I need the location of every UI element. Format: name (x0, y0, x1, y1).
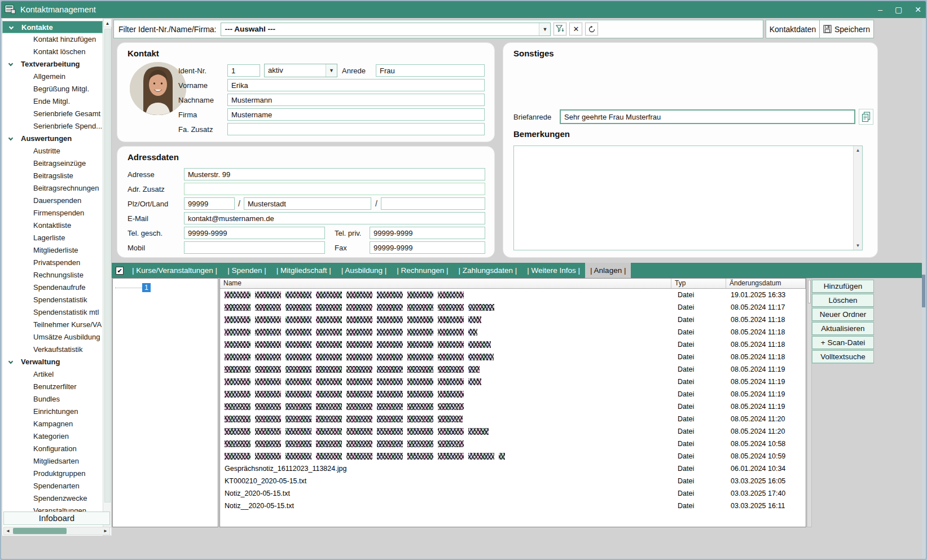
sidebar-item-kategorien[interactable]: Kategorien (2, 430, 103, 443)
tab-kurse-veranstaltungen[interactable]: | Kurse/Veranstaltungen | (127, 263, 222, 278)
hinzufuegen-button[interactable]: Hinzufügen (812, 280, 874, 293)
sidebar-item-rechnungsliste[interactable]: Rechnungsliste (2, 269, 103, 281)
scan-datei-button[interactable]: + Scan-Datei (812, 336, 874, 349)
ort-input[interactable] (244, 197, 371, 210)
tab-rechnungen[interactable]: | Rechnungen | (392, 263, 453, 278)
fax-input[interactable] (370, 241, 485, 254)
kontaktdaten-button[interactable]: Kontaktdaten (766, 20, 819, 38)
sidebar-item-spendenarten[interactable]: Spendenarten (2, 480, 103, 492)
sidebar-item-kontaktliste[interactable]: Kontaktliste (2, 219, 103, 232)
volltextsuche-button[interactable]: Volltextsuche (812, 350, 874, 363)
sidebar-item-bundles[interactable]: Bundles (2, 393, 103, 405)
table-row[interactable]: Datei08.05.2024 11:20 (220, 425, 806, 438)
sidebar-item-benutzerfilter[interactable]: Benutzerfilter (2, 381, 103, 393)
close-button[interactable]: ✕ (915, 5, 921, 14)
adresse-input[interactable] (184, 168, 485, 180)
table-row[interactable]: KT000210_2020-05-15.txtDatei03.03.2025 1… (220, 475, 806, 487)
mobil-input[interactable] (184, 241, 325, 254)
sidebar-section-verwaltung[interactable]: Verwaltung (2, 356, 103, 368)
plz-input[interactable] (184, 197, 235, 210)
window-edge-scrollbar[interactable] (922, 20, 925, 559)
sidebar-item-firmenspenden[interactable]: Firmenspenden (2, 207, 103, 219)
sidebar-item-beitragsrechnungen[interactable]: Beitragsrechnungen (2, 182, 103, 195)
table-row[interactable]: Datei08.05.2024 11:17 (220, 301, 806, 314)
sidebar-section-textverarbeitung[interactable]: Textverarbeitung (2, 58, 103, 70)
nachname-input[interactable] (227, 94, 485, 106)
sidebar-item-ende-mitgl[interactable]: Ende Mitgl. (2, 95, 103, 108)
sidebar-item-einrichtungen[interactable]: Einrichtungen (2, 405, 103, 418)
land-input[interactable] (381, 197, 485, 210)
sidebar-item-serienbriefe-spend[interactable]: Serienbriefe Spend... (2, 120, 103, 133)
sidebar-item-verkaufstatistik[interactable]: Verkaufstatistik (2, 343, 103, 356)
fa-zusatz-input[interactable] (227, 123, 485, 135)
bemerkungen-textarea[interactable]: ▲ ▼ (513, 145, 863, 250)
maximize-button[interactable]: ▢ (895, 5, 902, 14)
scroll-left-icon[interactable]: ◄ (4, 527, 12, 535)
tab-ausbildung[interactable]: | Ausbildung | (336, 263, 392, 278)
status-select[interactable]: aktiv ▼ (264, 64, 337, 77)
column-header-name[interactable]: Name (220, 279, 671, 288)
email-input[interactable] (184, 212, 485, 224)
infoboard-button[interactable]: Infoboard (3, 512, 110, 525)
sidebar-section-auswertungen[interactable]: Auswertungen (2, 133, 103, 145)
tab-zahlungsdaten[interactable]: | Zahlungsdaten | (453, 263, 522, 278)
table-row[interactable]: Notiz__2020-05-15.txtDatei03.03.2025 16:… (220, 500, 806, 512)
ident-input[interactable] (227, 64, 260, 77)
table-row[interactable]: Datei08.05.2024 11:20 (220, 413, 806, 425)
table-row[interactable]: Datei08.05.2024 10:59 (220, 450, 806, 462)
column-header-aenderungsdatum[interactable]: Änderungsdatum (726, 279, 806, 288)
aktualisieren-button[interactable]: Aktualisieren (812, 322, 874, 335)
scrollbar-thumb[interactable] (104, 29, 111, 502)
tab-mitgliedschaft[interactable]: | Mitgliedschaft | (271, 263, 336, 278)
table-row[interactable]: Datei08.05.2024 11:18 (220, 326, 806, 338)
scroll-up-icon[interactable]: ▲ (854, 146, 862, 155)
sidebar-item-privatspenden[interactable]: Privatspenden (2, 257, 103, 269)
tab-checkbox[interactable]: ✔ (116, 267, 124, 275)
filter-combobox[interactable]: --- Auswahl --- ▼ (221, 23, 551, 36)
sidebar-item-konfiguration[interactable]: Konfiguration (2, 443, 103, 455)
speichern-button[interactable]: Speichern (819, 20, 873, 38)
sidebar-item-dauerspenden[interactable]: Dauerspenden (2, 195, 103, 207)
sidebar-item-allgemein[interactable]: Allgemein (2, 70, 103, 83)
table-row[interactable]: Datei08.05.2024 11:19 (220, 363, 806, 376)
tab-weitere-infos[interactable]: | Weitere Infos | (522, 263, 585, 278)
tab-spenden[interactable]: | Spenden | (222, 263, 271, 278)
sidebar-horizontal-scrollbar[interactable]: ◄ ► (3, 527, 110, 535)
sidebar-item-produktgruppen[interactable]: Produktgruppen (2, 468, 103, 480)
sidebar-item-kontakt-hinzufuegen[interactable]: Kontakt hinzufügen (2, 33, 103, 46)
table-row[interactable]: Datei08.05.2024 11:19 (220, 400, 806, 413)
table-row[interactable]: Gesprächsnotiz_16112023_113824.jpgDatei0… (220, 462, 806, 475)
table-row[interactable]: Datei19.01.2025 16:33 (220, 289, 806, 301)
sidebar-item-teilnehmer-kurse-va[interactable]: Teilnehmer Kurse/VA (2, 319, 103, 331)
sidebar-item-mitgliedsarten[interactable]: Mitgliedsarten (2, 455, 103, 468)
chevron-down-icon[interactable]: ▼ (539, 23, 550, 36)
sidebar-item-austritte[interactable]: Austritte (2, 145, 103, 157)
filter-icon[interactable] (553, 23, 566, 36)
sidebar-item-mitgliederliste[interactable]: Mitgliederliste (2, 244, 103, 257)
refresh-icon[interactable] (585, 23, 598, 36)
tree-node-row[interactable]: 1 (115, 283, 151, 292)
sidebar-item-beitragsliste[interactable]: Beitragsliste (2, 170, 103, 182)
sidebar-item-veranstaltungen[interactable]: Veranstaltungen (2, 505, 103, 512)
vorname-input[interactable] (227, 79, 485, 91)
sidebar-section-kontakte[interactable]: Kontakte (2, 21, 103, 33)
loeschen-button[interactable]: Löschen (812, 294, 874, 307)
chevron-down-icon[interactable]: ▼ (326, 64, 337, 77)
sidebar-item-artikel[interactable]: Artikel (2, 368, 103, 381)
table-row[interactable]: Datei08.05.2024 11:18 (220, 351, 806, 363)
sidebar-item-spendenzwecke[interactable]: Spendenzwecke (2, 492, 103, 505)
scroll-down-icon[interactable]: ▼ (854, 241, 862, 250)
sidebar-item-serienbriefe-gesamt[interactable]: Serienbriefe Gesamt (2, 108, 103, 120)
tree-node-selected[interactable]: 1 (142, 283, 151, 292)
tab-anlagen[interactable]: | Anlagen | (585, 263, 631, 278)
minimize-button[interactable]: – (878, 5, 882, 14)
sidebar-item-beitragseinzuege[interactable]: Beitragseinzüge (2, 157, 103, 170)
sidebar-item-begruessung-mitgl[interactable]: Begrüßung Mitgl. (2, 83, 103, 95)
scroll-up-icon[interactable]: ▲ (103, 19, 112, 27)
table-vertical-scrollbar[interactable] (807, 278, 812, 527)
sidebar-item-umsaetze-ausbildung[interactable]: Umsätze Ausbildung (2, 331, 103, 343)
anrede-input[interactable] (376, 64, 485, 77)
sidebar-item-kampagnen[interactable]: Kampagnen (2, 418, 103, 430)
tel-priv-input[interactable] (370, 227, 485, 239)
copy-icon[interactable] (859, 109, 873, 125)
